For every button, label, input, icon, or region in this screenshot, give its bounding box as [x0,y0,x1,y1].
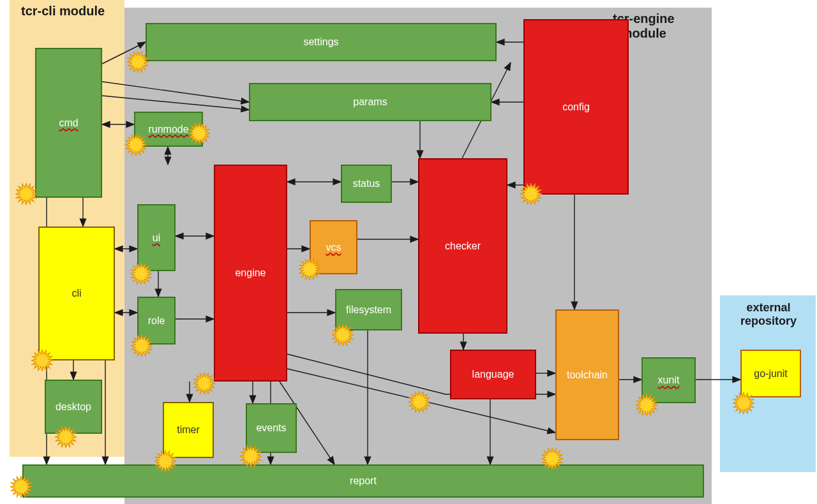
node-label-desktop: desktop [56,401,91,413]
node-xunit: xunit [641,357,696,403]
node-label-settings: settings [303,36,338,48]
region-label-cli: tcr-cli module [21,4,105,19]
node-label-language: language [472,369,514,380]
node-label-role: role [148,315,165,327]
node-label-report: report [350,475,377,487]
node-timer: timer [163,402,214,458]
node-label-toolchain: toolchain [567,369,608,381]
node-label-config: config [562,101,590,113]
node-label-status: status [353,178,380,189]
node-filesystem: filesystem [335,289,402,330]
node-label-filesystem: filesystem [346,304,391,316]
node-cmd: cmd [35,48,102,198]
node-label-runmode: runmode [148,124,188,135]
node-label-cli: cli [71,288,81,299]
node-label-timer: timer [177,424,200,436]
node-params: params [249,83,491,121]
node-label-gojunit: go-junit [754,368,787,380]
node-role: role [137,297,176,345]
node-checker: checker [418,158,507,334]
node-report: report [22,464,704,498]
node-ui: ui [137,204,176,271]
region-label-ext: external repository [740,301,797,327]
node-toolchain: toolchain [555,309,619,440]
node-gojunit: go-junit [740,350,801,397]
node-events: events [246,403,297,453]
node-vcs: vcs [310,220,357,274]
node-label-engine: engine [235,267,266,279]
node-desktop: desktop [45,380,102,434]
node-settings: settings [146,23,497,61]
node-label-cmd: cmd [59,117,78,129]
node-language: language [450,350,536,399]
node-label-xunit: xunit [658,374,680,386]
node-label-checker: checker [445,241,481,252]
node-config: config [523,19,629,195]
node-label-events: events [256,422,286,434]
node-status: status [341,165,392,203]
node-engine: engine [214,165,287,382]
node-runmode: runmode [134,112,203,147]
node-label-params: params [353,96,387,108]
node-cli: cli [38,226,115,360]
node-label-vcs: vcs [326,242,341,253]
node-label-ui: ui [153,232,160,244]
